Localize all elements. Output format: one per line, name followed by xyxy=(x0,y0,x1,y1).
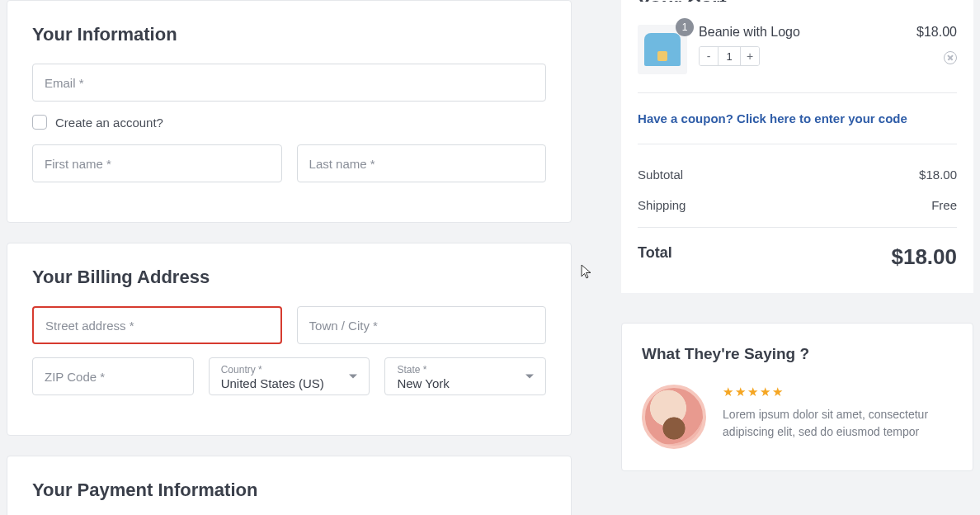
payment-information-section: Your Payment Information xyxy=(7,456,572,515)
subtotal-value: $18.00 xyxy=(919,168,957,182)
checkbox-icon xyxy=(32,115,47,130)
quantity-stepper: - + xyxy=(699,46,760,66)
total-label: Total xyxy=(638,244,672,270)
last-name-field[interactable] xyxy=(297,144,547,182)
star-rating-icon: ★★★★★ xyxy=(723,385,945,399)
item-price: $18.00 xyxy=(916,25,957,40)
chevron-down-icon xyxy=(349,375,357,379)
first-name-field[interactable] xyxy=(32,144,282,182)
qty-minus-button[interactable]: - xyxy=(700,47,718,65)
testimonial-text: Lorem ipsum dolor sit amet, consectetur … xyxy=(723,406,945,441)
product-thumbnail: 1 xyxy=(638,25,687,74)
testimonial-section: What They're Saying ? ★★★★★ Lorem ipsum … xyxy=(621,323,973,471)
chevron-down-icon xyxy=(525,375,534,379)
shipping-value: Free xyxy=(931,198,957,212)
create-account-label: Create an account? xyxy=(55,116,163,130)
state-value: New York xyxy=(397,375,534,392)
qty-plus-button[interactable]: + xyxy=(741,47,759,65)
create-account-checkbox[interactable]: Create an account? xyxy=(32,115,546,130)
total-value: $18.00 xyxy=(891,244,957,270)
street-address-field[interactable] xyxy=(32,306,282,344)
billing-address-section: Your Billing Address Country * United St… xyxy=(7,243,572,436)
shipping-label: Shipping xyxy=(638,198,686,212)
info-heading: Your Information xyxy=(32,24,546,45)
qty-input[interactable] xyxy=(718,47,741,65)
avatar xyxy=(642,385,706,449)
your-information-section: Your Information Create an account? xyxy=(7,0,572,223)
payment-heading: Your Payment Information xyxy=(32,480,546,501)
town-city-field[interactable] xyxy=(297,306,547,344)
email-field[interactable] xyxy=(32,64,546,102)
country-label: Country * xyxy=(221,365,358,375)
country-select[interactable]: Country * United States (US) xyxy=(209,357,370,395)
coupon-link[interactable]: Have a coupon? Click here to enter your … xyxy=(638,93,957,144)
zip-code-field[interactable] xyxy=(32,357,194,395)
country-value: United States (US) xyxy=(221,375,358,392)
testimonial-heading: What They're Saying ? xyxy=(642,345,953,363)
cart-section: Your Cart 1 Beanie with Logo - + $18.00 xyxy=(621,0,973,293)
totals: Subtotal $18.00 Shipping Free Total $18.… xyxy=(638,144,957,293)
remove-item-icon[interactable] xyxy=(944,51,957,64)
subtotal-label: Subtotal xyxy=(638,168,683,182)
billing-heading: Your Billing Address xyxy=(32,267,546,288)
state-label: State * xyxy=(397,365,534,375)
cart-item: 1 Beanie with Logo - + $18.00 xyxy=(638,25,957,93)
item-name: Beanie with Logo xyxy=(699,25,905,40)
state-select[interactable]: State * New York xyxy=(384,357,546,395)
cart-heading: Your Cart xyxy=(638,0,957,2)
qty-badge: 1 xyxy=(676,18,694,36)
